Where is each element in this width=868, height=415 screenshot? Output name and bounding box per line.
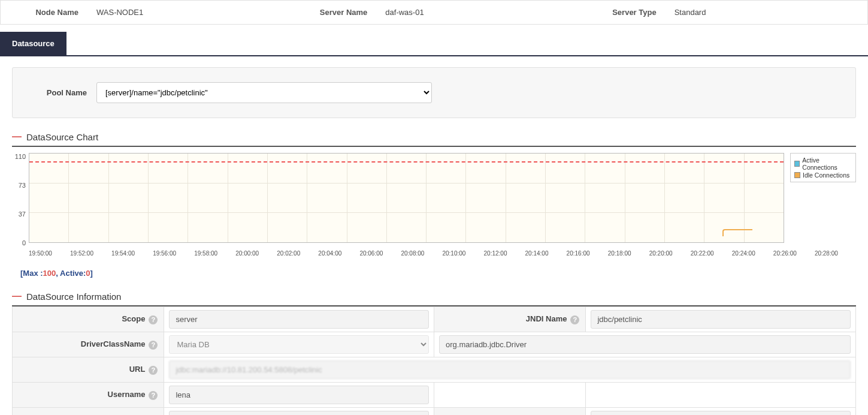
server-type-label: Server Type (579, 1, 669, 24)
info-section-title: DataSource Information (26, 291, 121, 302)
legend-swatch-active (794, 161, 800, 167)
server-type-value: Standard (669, 1, 867, 24)
url-input[interactable] (169, 360, 851, 379)
type-input[interactable] (591, 411, 851, 415)
dash-icon: — (12, 291, 22, 302)
chart-plot (29, 153, 784, 243)
chart-y-axis: 110 73 37 0 (12, 153, 29, 246)
driver-label: DriverClassName (81, 339, 146, 348)
scope-input[interactable] (169, 310, 429, 329)
chart-summary: [Max :100, Active:0] (20, 269, 856, 278)
node-name-value: WAS-NODE1 (90, 1, 289, 24)
info-section: — DataSource Information Scope? JNDI Nam… (12, 291, 856, 415)
server-name-label: Server Name (289, 1, 379, 24)
jndi-label: JNDI Name (526, 314, 567, 323)
help-icon[interactable]: ? (570, 315, 579, 324)
auth-input[interactable] (169, 411, 429, 415)
server-name-value: daf-was-01 (379, 1, 578, 24)
tab-datasource[interactable]: Datasource (0, 32, 66, 55)
chart-section: — DataSource Chart 110 73 37 0 Active Co… (12, 131, 856, 278)
help-icon[interactable]: ? (149, 341, 158, 350)
legend-label: Active Connections (802, 157, 852, 171)
ytick: 110 (15, 153, 26, 160)
idle-series-line (722, 229, 752, 236)
user-label: Username (108, 390, 146, 399)
chart-legend: Active Connections Idle Connections (790, 153, 856, 182)
driver-class-input[interactable] (439, 335, 851, 354)
header-bar: Node Name WAS-NODE1 Server Name daf-was-… (0, 0, 868, 25)
pool-panel: Pool Name [server]/name="jdbc/petclinic" (12, 67, 856, 118)
node-name-label: Node Name (1, 1, 90, 24)
help-icon[interactable]: ? (149, 366, 158, 375)
legend-swatch-idle (794, 172, 800, 178)
scope-label: Scope (122, 314, 145, 323)
help-icon[interactable]: ? (149, 315, 158, 324)
threshold-line (29, 161, 784, 163)
driver-select[interactable]: Maria DB (169, 335, 429, 354)
url-label: URL (129, 365, 146, 374)
tab-bar: Datasource (0, 32, 868, 56)
ytick: 0 (22, 239, 26, 246)
help-icon[interactable]: ? (149, 391, 158, 400)
chart-section-title: DataSource Chart (26, 132, 98, 142)
jndi-input[interactable] (591, 310, 851, 329)
ytick: 37 (19, 210, 26, 218)
pool-name-select[interactable]: [server]/name="jdbc/petclinic" (96, 82, 432, 103)
username-input[interactable] (169, 386, 429, 404)
legend-label: Idle Connections (803, 172, 849, 179)
chart-x-axis: 19:50:00 19:52:00 19:54:00 19:56:00 19:5… (29, 250, 856, 257)
info-table: Scope? JNDI Name? DriverClassName? Maria… (12, 306, 856, 415)
pool-name-label: Pool Name (31, 88, 96, 97)
chart-wrap: 110 73 37 0 Active Connections Idle Conn… (12, 153, 856, 246)
ytick: 73 (19, 182, 26, 189)
dash-icon: — (12, 131, 22, 142)
